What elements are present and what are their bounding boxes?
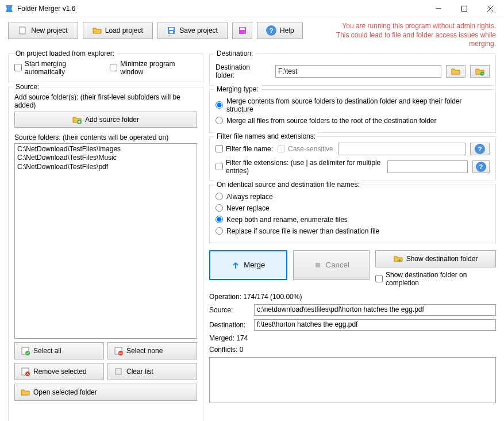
filter-group: Filter file names and extensions: Filter…: [209, 136, 496, 181]
select-none-button[interactable]: Select none: [107, 342, 197, 359]
cancel-button[interactable]: Cancel: [293, 250, 370, 280]
keep-both-radio[interactable]: Keep both and rename, enumerate files: [216, 214, 490, 225]
save-project-label: Save project: [179, 26, 218, 35]
new-project-button[interactable]: New project: [8, 22, 78, 39]
show-destination-button[interactable]: Show destination folder: [375, 250, 496, 267]
titlebar: Folder Merger v1.6: [0, 0, 504, 17]
destination-group: Destination: Destination folder:: [209, 53, 496, 86]
help-icon: ?: [475, 144, 485, 154]
remove-icon: [21, 367, 30, 376]
disk-icon: [238, 26, 247, 35]
toolbar: New project Load project Save project ? …: [0, 17, 504, 53]
svg-rect-7: [170, 31, 173, 33]
remove-selected-button[interactable]: Remove selected: [14, 363, 104, 380]
admin-warning: You are running this program without adm…: [307, 22, 496, 49]
folder-go-icon: [394, 254, 403, 263]
source-group: Source: Add source folder(s): (their fir…: [8, 87, 203, 421]
destination-folder-input[interactable]: [275, 65, 441, 78]
filter-ext-checkbox[interactable]: Filter file extensions: (use | as delimi…: [216, 159, 383, 175]
identical-group: On identical source and destination file…: [209, 185, 496, 243]
select-all-icon: [21, 346, 30, 355]
help-button[interactable]: ? Help: [257, 22, 303, 39]
log-output[interactable]: [209, 357, 496, 403]
new-project-label: New project: [31, 26, 67, 35]
select-none-icon: [114, 346, 123, 355]
filter-ext-help-button[interactable]: ?: [472, 160, 490, 173]
merge-keep-structure-radio[interactable]: Merge contents from source folders to de…: [216, 95, 490, 115]
operation-status: Operation: 174/174 (100.00%): [209, 293, 496, 301]
filter-name-help-button[interactable]: ?: [470, 143, 490, 155]
folder-open-icon: [93, 26, 102, 35]
app-icon: [5, 4, 14, 13]
filter-group-title: Filter file names and extensions:: [214, 132, 318, 140]
svg-rect-9: [240, 28, 245, 30]
minimize-checkbox[interactable]: Minimize program window: [110, 60, 197, 76]
save-project-button[interactable]: Save project: [157, 22, 228, 39]
source-path-field: c:\netdownload\testfiles\pdf\horton hatc…: [254, 304, 496, 316]
svg-rect-4: [20, 27, 25, 34]
add-source-label: Add source folder: [85, 116, 139, 124]
filter-name-checkbox[interactable]: Filter file name:: [216, 145, 273, 153]
help-label: Help: [280, 26, 294, 35]
clear-list-button[interactable]: Clear list: [107, 363, 197, 380]
svg-rect-1: [461, 6, 467, 11]
add-source-folder-button[interactable]: Add source folder: [14, 112, 197, 128]
warning-line1: You are running this program without adm…: [307, 22, 496, 31]
show-dest-label: Show destination folder: [406, 255, 478, 263]
show-on-completion-checkbox[interactable]: Show destination folder on completion: [375, 271, 496, 287]
merge-to-root-radio[interactable]: Merge all files from source folders to t…: [216, 115, 490, 127]
svg-rect-6: [169, 28, 174, 30]
destination-label: Destination folder:: [216, 63, 271, 79]
new-icon: [18, 26, 28, 35]
filter-ext-input[interactable]: [387, 160, 468, 173]
explorer-group-title: On project loaded from explorer:: [13, 49, 117, 58]
merging-type-title: Merging type:: [214, 85, 261, 93]
list-item[interactable]: C:\NetDownload\TestFiles\Music: [17, 154, 194, 163]
clear-icon: [114, 367, 123, 376]
folder-add-icon: [72, 115, 82, 124]
filter-name-input[interactable]: [338, 143, 465, 155]
start-auto-checkbox[interactable]: Start merging automatically: [14, 60, 105, 76]
svg-rect-19: [316, 263, 320, 267]
conflicts-count: Conflicts: 0: [209, 346, 496, 354]
browse-destination-button[interactable]: [446, 65, 465, 78]
open-destination-button[interactable]: [470, 65, 490, 78]
folder-open-icon: [21, 388, 30, 397]
replace-newer-radio[interactable]: Replace if source file is newer than des…: [216, 225, 490, 237]
load-project-button[interactable]: Load project: [83, 22, 153, 39]
load-project-label: Load project: [105, 26, 143, 35]
merge-button[interactable]: Merge: [209, 250, 287, 280]
warning-line2: This could lead to file and folder acces…: [307, 31, 496, 49]
minimize-window-button[interactable]: [425, 1, 451, 17]
close-window-button[interactable]: [477, 1, 503, 17]
open-selected-folder-button[interactable]: Open selected folder: [14, 384, 197, 401]
case-sensitive-checkbox[interactable]: Case-sensitive: [278, 145, 333, 153]
source-path-label: Source:: [209, 306, 249, 314]
source-group-title: Source:: [13, 83, 41, 91]
add-source-hint: Add source folder(s): (their first-level…: [14, 93, 197, 109]
dest-path-label: Destination:: [209, 321, 249, 329]
identical-group-title: On identical source and destination file…: [214, 181, 362, 189]
list-item[interactable]: C:\NetDownload\TestFiles\images: [17, 145, 194, 154]
help-icon: ?: [476, 162, 486, 172]
source-folders-list[interactable]: C:\NetDownload\TestFiles\imagesC:\NetDow…: [14, 143, 197, 339]
cancel-label: Cancel: [326, 261, 350, 269]
save-disk-button[interactable]: [232, 22, 253, 39]
save-icon: [167, 26, 176, 35]
help-icon: ?: [266, 25, 276, 36]
always-replace-radio[interactable]: Always replace: [216, 191, 490, 202]
list-item[interactable]: C:\NetDownload\TestFiles\pdf: [17, 163, 194, 172]
merge-arrow-icon: [231, 261, 240, 270]
source-list-label: Source folders: (their contents will be …: [14, 133, 197, 141]
never-replace-radio[interactable]: Never replace: [216, 202, 490, 214]
select-all-button[interactable]: Select all: [14, 342, 104, 359]
merge-label: Merge: [244, 261, 265, 269]
merged-count: Merged: 174: [209, 334, 496, 342]
dest-path-field: f:\test\horton hatches the egg.pdf: [254, 319, 496, 331]
window-title: Folder Merger v1.6: [17, 5, 75, 13]
maximize-window-button[interactable]: [451, 1, 477, 17]
action-row: Merge Cancel Show destination folder Sho…: [209, 250, 496, 287]
explorer-group: On project loaded from explorer: Start m…: [8, 53, 203, 82]
stop-icon: [313, 261, 322, 270]
destination-group-title: Destination:: [214, 49, 255, 58]
